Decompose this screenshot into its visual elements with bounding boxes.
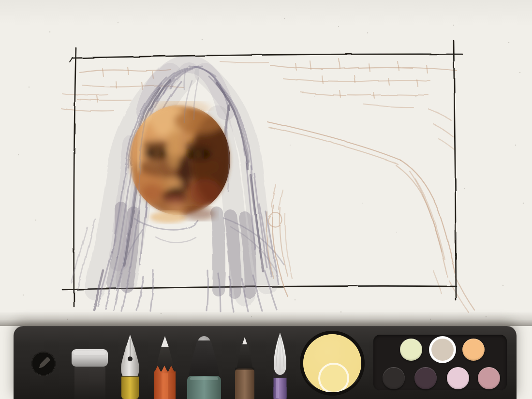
ink-pen-cone [236,343,253,369]
palette-swatch-selected[interactable] [431,339,454,361]
marker-cone [189,340,220,377]
fountain-pen-tool[interactable] [116,332,144,399]
palette-swatch[interactable] [447,367,469,389]
eraser-tool[interactable] [68,346,109,399]
paper-vignette [0,0,532,25]
pencil-tip [161,336,169,347]
marker-tool[interactable] [186,335,222,399]
pencil-tool[interactable] [153,334,177,399]
color-mixer-ring [319,364,348,393]
palette-swatch[interactable] [462,339,485,361]
ink-pen-tip [242,337,247,344]
eraser-body [74,363,105,399]
palette-swatch[interactable] [400,339,422,361]
color-palette [373,335,507,391]
fountain-pen-body [121,374,139,399]
ink-pen-tool[interactable] [233,335,256,399]
brush-tool[interactable] [269,329,291,399]
palette-swatch[interactable] [478,367,500,389]
color-well[interactable] [296,329,369,399]
palette-swatch[interactable] [383,367,405,389]
app-window [0,0,532,399]
tray-shadow [0,311,532,326]
palette-swatch[interactable] [414,367,437,389]
active-tool-button[interactable] [31,352,56,376]
